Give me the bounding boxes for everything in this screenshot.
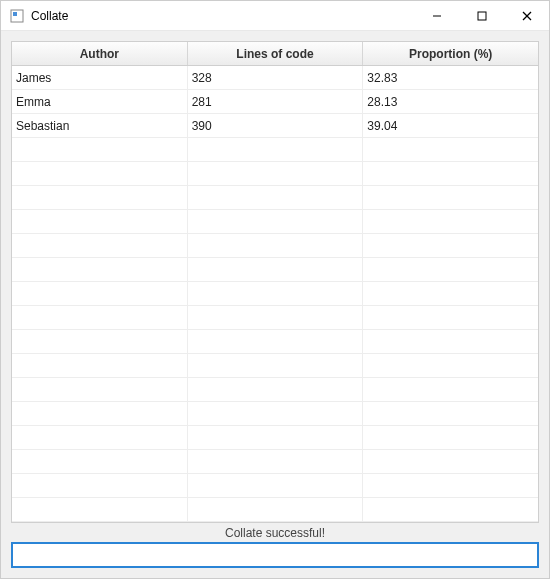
results-table[interactable]: Author Lines of code Proportion (%) Jame… xyxy=(11,41,539,523)
table-row-empty xyxy=(12,402,538,426)
cell-empty xyxy=(363,258,538,281)
cell-author: Emma xyxy=(12,90,188,113)
cell-empty xyxy=(363,330,538,353)
cell-proportion: 28.13 xyxy=(363,90,538,113)
cell-empty xyxy=(12,210,188,233)
cell-empty xyxy=(188,306,364,329)
cell-empty xyxy=(363,162,538,185)
cell-empty xyxy=(12,450,188,473)
table-row[interactable]: James32832.83 xyxy=(12,66,538,90)
cell-proportion: 32.83 xyxy=(363,66,538,89)
cell-empty xyxy=(188,426,364,449)
cell-empty xyxy=(188,282,364,305)
table-row-empty xyxy=(12,282,538,306)
cell-empty xyxy=(12,138,188,161)
cell-empty xyxy=(188,186,364,209)
cell-empty xyxy=(363,378,538,401)
cell-empty xyxy=(188,498,364,521)
column-header-lines[interactable]: Lines of code xyxy=(188,42,364,65)
table-row-empty xyxy=(12,306,538,330)
column-header-author[interactable]: Author xyxy=(12,42,188,65)
table-header-row: Author Lines of code Proportion (%) xyxy=(12,42,538,66)
status-message: Collate successful! xyxy=(11,523,539,542)
cell-empty xyxy=(363,282,538,305)
cell-empty xyxy=(363,354,538,377)
cell-empty xyxy=(12,330,188,353)
table-row-empty xyxy=(12,210,538,234)
cell-empty xyxy=(363,474,538,497)
cell-empty xyxy=(12,498,188,521)
cell-empty xyxy=(363,210,538,233)
cell-empty xyxy=(363,306,538,329)
svg-rect-1 xyxy=(13,12,17,16)
maximize-button[interactable] xyxy=(459,1,504,30)
table-row-empty xyxy=(12,258,538,282)
table-row-empty xyxy=(12,474,538,498)
cell-empty xyxy=(188,234,364,257)
column-header-proportion[interactable]: Proportion (%) xyxy=(363,42,538,65)
app-icon xyxy=(9,8,25,24)
window-title: Collate xyxy=(31,9,414,23)
cell-empty xyxy=(188,258,364,281)
cell-empty xyxy=(12,378,188,401)
table-row-empty xyxy=(12,234,538,258)
content-area: Author Lines of code Proportion (%) Jame… xyxy=(1,31,549,578)
table-row-empty xyxy=(12,138,538,162)
table-row-empty xyxy=(12,330,538,354)
cell-empty xyxy=(363,186,538,209)
cell-empty xyxy=(12,474,188,497)
table-body: James32832.83Emma28128.13Sebastian39039.… xyxy=(12,66,538,522)
cell-author: James xyxy=(12,66,188,89)
minimize-button[interactable] xyxy=(414,1,459,30)
cell-empty xyxy=(363,234,538,257)
cell-empty xyxy=(188,330,364,353)
cell-empty xyxy=(12,282,188,305)
svg-rect-3 xyxy=(478,12,486,20)
command-input[interactable] xyxy=(11,542,539,568)
table-row-empty xyxy=(12,162,538,186)
cell-proportion: 39.04 xyxy=(363,114,538,137)
cell-empty xyxy=(188,138,364,161)
cell-empty xyxy=(12,354,188,377)
cell-empty xyxy=(188,210,364,233)
table-row-empty xyxy=(12,450,538,474)
cell-empty xyxy=(363,498,538,521)
app-window: Collate Author Lines of code Proportion … xyxy=(0,0,550,579)
cell-empty xyxy=(188,378,364,401)
cell-empty xyxy=(363,138,538,161)
cell-empty xyxy=(12,426,188,449)
table-row[interactable]: Sebastian39039.04 xyxy=(12,114,538,138)
table-row-empty xyxy=(12,498,538,522)
cell-empty xyxy=(12,234,188,257)
cell-lines: 390 xyxy=(188,114,364,137)
cell-empty xyxy=(188,162,364,185)
table-row-empty xyxy=(12,378,538,402)
table-row-empty xyxy=(12,186,538,210)
cell-author: Sebastian xyxy=(12,114,188,137)
cell-empty xyxy=(188,450,364,473)
table-row[interactable]: Emma28128.13 xyxy=(12,90,538,114)
cell-lines: 281 xyxy=(188,90,364,113)
table-row-empty xyxy=(12,426,538,450)
cell-empty xyxy=(363,402,538,425)
cell-empty xyxy=(12,306,188,329)
cell-empty xyxy=(188,474,364,497)
cell-lines: 328 xyxy=(188,66,364,89)
cell-empty xyxy=(12,258,188,281)
titlebar: Collate xyxy=(1,1,549,31)
cell-empty xyxy=(12,162,188,185)
close-button[interactable] xyxy=(504,1,549,30)
cell-empty xyxy=(363,426,538,449)
command-bar xyxy=(11,542,539,572)
table-row-empty xyxy=(12,354,538,378)
window-controls xyxy=(414,1,549,30)
cell-empty xyxy=(188,354,364,377)
cell-empty xyxy=(12,402,188,425)
cell-empty xyxy=(363,450,538,473)
cell-empty xyxy=(12,186,188,209)
cell-empty xyxy=(188,402,364,425)
